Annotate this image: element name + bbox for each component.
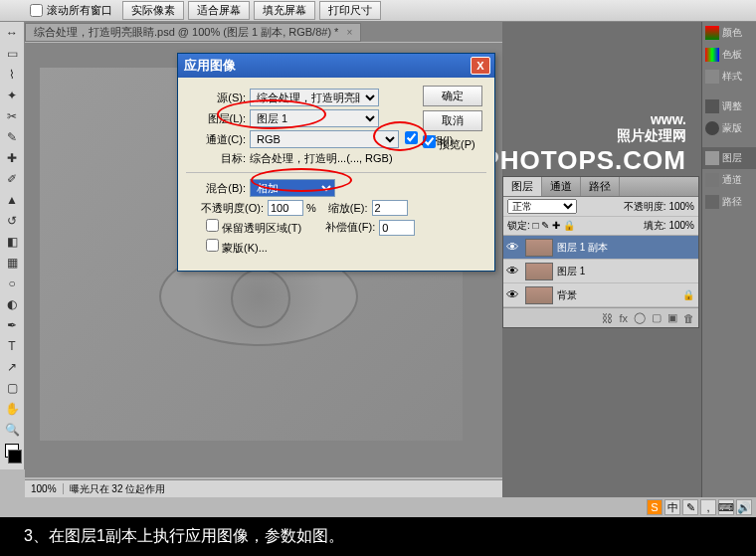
layer-thumb	[525, 263, 553, 280]
dialog-title: 应用图像	[182, 57, 471, 75]
heal-tool-icon[interactable]: ✚	[1, 148, 23, 168]
blend-select[interactable]: 相加	[250, 179, 335, 197]
dialog-titlebar[interactable]: 应用图像 X	[178, 54, 494, 78]
new-layer-icon[interactable]: ▣	[667, 311, 677, 324]
color-swatches[interactable]	[0, 444, 24, 463]
mini-swatches[interactable]: 色板	[702, 44, 756, 66]
fit-screen-button[interactable]: 适合屏幕	[188, 1, 250, 20]
visibility-icon[interactable]: 👁	[503, 264, 521, 278]
document-tab[interactable]: 综合处理，打造明亮眼睛.psd @ 100% (图层 1 副本, RGB/8#)…	[25, 23, 361, 42]
target-label: 目标:	[186, 151, 250, 166]
preserve-trans-checkbox[interactable]	[206, 219, 219, 232]
trash-icon[interactable]: 🗑	[683, 312, 694, 324]
tray-icon[interactable]: ,	[700, 499, 716, 515]
toolbox: ↔ ▭ ⌇ ✦ ✂ ✎ ✚ ✐ ▲ ↺ ◧ ▦ ○ ◐ ✒ T ↗ ▢ ✋ 🔍	[0, 22, 25, 469]
adjust-icon	[705, 99, 719, 113]
invert-checkbox[interactable]	[405, 131, 418, 144]
layer-name: 图层 1	[557, 265, 698, 278]
mask-icon[interactable]: ◯	[634, 311, 646, 324]
folder-icon[interactable]: ▢	[652, 311, 662, 324]
collapsed-panels: 颜色 色板 样式 调整 蒙版 图层 通道 路径	[701, 22, 756, 497]
tray-icon[interactable]: S	[647, 499, 662, 515]
shape-tool-icon[interactable]: ▢	[1, 378, 23, 398]
zoom-tool-icon[interactable]: 🔍	[1, 420, 23, 440]
print-size-button[interactable]: 打印尺寸	[319, 1, 381, 20]
mini-mask[interactable]: 蒙版	[702, 117, 756, 139]
pen-tool-icon[interactable]: ✒	[1, 315, 23, 335]
layer-row[interactable]: 👁 图层 1 副本	[503, 236, 698, 260]
color-icon	[705, 26, 719, 40]
mini-layers[interactable]: 图层	[702, 147, 756, 169]
layer-row[interactable]: 👁 图层 1	[503, 260, 698, 283]
visibility-icon[interactable]: 👁	[503, 287, 521, 302]
eyedropper-tool-icon[interactable]: ✎	[1, 127, 23, 147]
actual-pixels-button[interactable]: 实际像素	[122, 1, 184, 20]
source-select[interactable]: 综合处理，打造明亮眼睛...	[250, 89, 379, 106]
system-tray: S 中 ✎ , ⌨ 🔊	[647, 499, 752, 515]
tab-layers[interactable]: 图层	[503, 177, 542, 196]
crop-tool-icon[interactable]: ✂	[1, 106, 23, 126]
background-swatch[interactable]	[8, 450, 22, 463]
tray-icon[interactable]: ⌨	[718, 499, 734, 515]
type-tool-icon[interactable]: T	[1, 336, 23, 356]
history-brush-icon[interactable]: ↺	[1, 211, 23, 231]
watermark: www. 照片处理网 PHOTOPS.COM	[481, 111, 686, 176]
mini-adjust[interactable]: 调整	[702, 95, 756, 117]
mini-styles[interactable]: 样式	[702, 66, 756, 88]
link-icon[interactable]: ⛓	[602, 312, 613, 324]
blend-mode-select[interactable]: 正常	[507, 199, 577, 214]
preview-checkbox[interactable]	[423, 135, 436, 148]
tray-icon[interactable]: ✎	[682, 499, 698, 515]
source-label: 源(S):	[186, 91, 250, 105]
channels-icon	[705, 173, 719, 187]
channel-select[interactable]: RGB	[250, 130, 399, 148]
mask-icon	[705, 121, 719, 135]
blend-label: 混合(B):	[186, 181, 250, 196]
zoom-level[interactable]: 100%	[25, 483, 64, 494]
layers-icon	[705, 151, 719, 165]
gradient-tool-icon[interactable]: ▦	[1, 253, 23, 273]
dodge-tool-icon[interactable]: ◐	[1, 294, 23, 314]
marquee-tool-icon[interactable]: ▭	[1, 44, 23, 64]
tab-channels[interactable]: 通道	[542, 177, 581, 196]
layers-panel: 图层 通道 路径 正常 不透明度: 100% 锁定: □ ✎ ✚ 🔒 填充: 1…	[502, 176, 699, 328]
wand-tool-icon[interactable]: ✦	[1, 86, 23, 105]
lock-icon: 🔒	[682, 289, 694, 300]
brush-tool-icon[interactable]: ✐	[1, 169, 23, 189]
close-icon[interactable]: ×	[346, 27, 352, 38]
mini-channels[interactable]: 通道	[702, 169, 756, 191]
mini-paths[interactable]: 路径	[702, 191, 756, 213]
tray-icon[interactable]: 🔊	[736, 499, 752, 515]
eraser-tool-icon[interactable]: ◧	[1, 232, 23, 252]
mask-checkbox[interactable]	[206, 239, 219, 252]
tray-icon[interactable]: 中	[664, 499, 680, 515]
caption: 3、在图层1副本上执行应用图像，参数如图。	[0, 518, 756, 556]
scroll-all-checkbox[interactable]	[30, 4, 43, 17]
move-tool-icon[interactable]: ↔	[1, 23, 23, 43]
ok-button[interactable]: 确定	[423, 86, 482, 106]
blur-tool-icon[interactable]: ○	[1, 274, 23, 293]
apply-image-dialog: 应用图像 X 确定 取消 预览(P) 源(S): 综合处理，打造明亮眼睛... …	[177, 53, 495, 272]
tab-title: 综合处理，打造明亮眼睛.psd @ 100% (图层 1 副本, RGB/8#)…	[34, 25, 338, 40]
cancel-button[interactable]: 取消	[423, 110, 482, 131]
mini-color[interactable]: 颜色	[702, 22, 756, 44]
scale-input[interactable]	[372, 200, 408, 216]
opacity-input[interactable]	[268, 200, 303, 216]
visibility-icon[interactable]: 👁	[503, 240, 521, 255]
layer-thumb	[525, 239, 553, 257]
options-bar: 滚动所有窗口 实际像素 适合屏幕 填充屏幕 打印尺寸	[0, 0, 756, 22]
fill-screen-button[interactable]: 填充屏幕	[254, 1, 315, 20]
tab-paths[interactable]: 路径	[581, 177, 620, 196]
layer-row[interactable]: 👁 背景 🔒	[503, 283, 698, 307]
path-tool-icon[interactable]: ↗	[1, 357, 23, 377]
panel-tabs: 图层 通道 路径	[503, 177, 698, 197]
fx-icon[interactable]: fx	[619, 312, 628, 324]
layer-select[interactable]: 图层 1	[250, 109, 379, 127]
channel-label: 通道(C):	[186, 132, 250, 147]
offset-input[interactable]	[379, 220, 415, 236]
lasso-tool-icon[interactable]: ⌇	[1, 65, 23, 85]
stamp-tool-icon[interactable]: ▲	[1, 190, 23, 210]
close-button[interactable]: X	[471, 57, 490, 75]
hand-tool-icon[interactable]: ✋	[1, 399, 23, 419]
target-value: 综合处理，打造明...(..., RGB)	[250, 151, 393, 166]
